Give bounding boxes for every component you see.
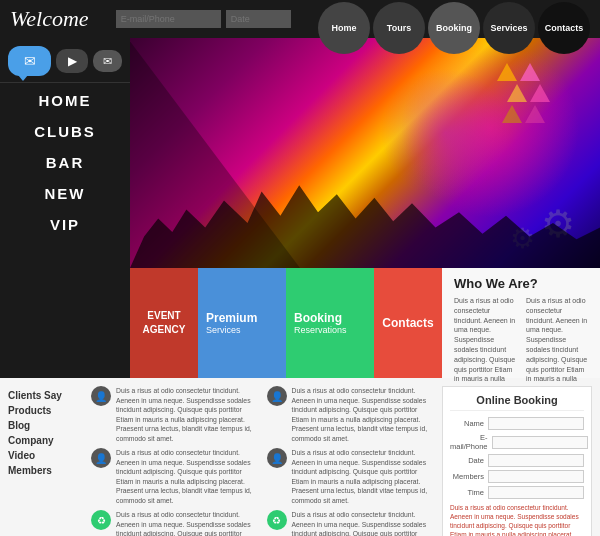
ob-name-label: Name <box>450 419 484 428</box>
person-icon-0: 👤 <box>91 386 111 406</box>
date-input[interactable] <box>226 10 291 28</box>
testimonial-text-r2: Duis a risus at odio consectetur tincidu… <box>292 510 435 536</box>
side-nav-new[interactable]: NEW <box>0 178 130 209</box>
testimonial-text-0: Duis a risus at odio consectetur tincidu… <box>116 386 259 443</box>
bl-link-blog[interactable]: Blog <box>8 418 83 433</box>
side-nav-home[interactable]: HOME <box>0 85 130 116</box>
bl-link-clients[interactable]: Clients Say <box>8 388 83 403</box>
services-label: Services <box>206 325 278 335</box>
ob-date-input[interactable] <box>488 454 584 467</box>
email-bubble: ✉ <box>8 46 51 76</box>
nav-tours-btn[interactable]: Tours <box>373 2 425 54</box>
triangle-overlay <box>130 38 300 268</box>
person-icon-1: 👤 <box>91 448 111 468</box>
ob-field-email: E-mail/Phone <box>450 433 584 451</box>
testimonial-r-item-1: 👤 Duis a risus at odio consectetur tinci… <box>267 448 435 505</box>
nav-services-btn[interactable]: Services <box>483 2 535 54</box>
ob-date-label: Date <box>450 456 484 465</box>
premium-label: Premium <box>206 311 278 325</box>
testimonial-r-item-0: 👤 Duis a risus at odio consectetur tinci… <box>267 386 435 443</box>
top-nav: Home Tours Booking Services Contacts <box>318 2 590 54</box>
speech-area: ✉ ▶ ✉ <box>0 38 130 80</box>
who-we-are-box: Who We Are? Duis a risus at odio consect… <box>442 268 600 378</box>
logo: Welcome <box>10 6 89 32</box>
email-icon: ✉ <box>24 53 36 69</box>
premium-services-box[interactable]: Premium Services <box>198 268 286 378</box>
testimonial-text-2: Duis a risus at odio consectetur tincidu… <box>116 510 259 536</box>
booking-label: Booking <box>294 311 366 325</box>
side-nav: ✉ ▶ ✉ HOME CLUBS BAR NEW VIP <box>0 38 130 268</box>
glow-effect-2 <box>380 68 510 198</box>
person-icon-r0: 👤 <box>267 386 287 406</box>
nav-contacts-btn[interactable]: Contacts <box>538 2 590 54</box>
testimonial-text-r0: Duis a risus at odio consectetur tincidu… <box>292 386 435 443</box>
person-icon-r1: 👤 <box>267 448 287 468</box>
booking-reservations-box[interactable]: Booking Reservations <box>286 268 374 378</box>
middle-content: EVENT AGENCY Premium Services Booking Re… <box>130 268 600 378</box>
letter-bubble: ✉ <box>93 50 122 72</box>
bottom-section: Clients Say Products Blog Company Video … <box>0 378 600 536</box>
side-nav-vip[interactable]: VIP <box>0 209 130 240</box>
ob-note: Duis a risus at odio consectetur tincidu… <box>450 503 584 536</box>
ob-field-date: Date <box>450 454 584 467</box>
ob-field-time: Time <box>450 486 584 499</box>
bl-link-products[interactable]: Products <box>8 403 83 418</box>
bl-link-video[interactable]: Video <box>8 448 83 463</box>
testimonial-r-item-2: ♻ Duis a risus at odio consectetur tinci… <box>267 510 435 536</box>
nav-divider <box>0 82 130 83</box>
bl-link-company[interactable]: Company <box>8 433 83 448</box>
online-booking-panel: Online Booking Name E-mail/Phone Date Me… <box>442 386 592 536</box>
arrow-group <box>497 63 550 123</box>
reservations-label: Reservations <box>294 325 366 335</box>
message-icon: ▶ <box>68 54 77 68</box>
header: Welcome Home Tours Booking Services Cont… <box>0 0 600 38</box>
testimonial-text-1: Duis a risus at odio consectetur tincidu… <box>116 448 259 505</box>
bottom-left-links: Clients Say Products Blog Company Video … <box>8 386 83 536</box>
ob-email-input[interactable] <box>492 436 588 449</box>
nav-booking-btn[interactable]: Booking <box>428 2 480 54</box>
ob-time-label: Time <box>450 488 484 497</box>
msg-bubble: ▶ <box>56 49 88 73</box>
bottom-content: Clients Say Products Blog Company Video … <box>0 378 600 536</box>
ob-email-label: E-mail/Phone <box>450 433 488 451</box>
testimonials-right: 👤 Duis a risus at odio consectetur tinci… <box>267 386 435 536</box>
middle-section: EVENT AGENCY Premium Services Booking Re… <box>0 268 600 378</box>
hero-section: ✉ ▶ ✉ HOME CLUBS BAR NEW VIP <box>0 38 600 268</box>
letter-icon: ✉ <box>103 55 112 68</box>
testimonial-text-r1: Duis a risus at odio consectetur tincidu… <box>292 448 435 505</box>
nav-home-btn[interactable]: Home <box>318 2 370 54</box>
who-title: Who We Are? <box>454 276 588 291</box>
side-nav-clubs[interactable]: CLUBS <box>0 116 130 147</box>
testimonial-item-2: ♻ Duis a risus at odio consectetur tinci… <box>91 510 259 536</box>
event-agency-box[interactable]: EVENT AGENCY <box>130 268 198 378</box>
ob-members-input[interactable] <box>488 470 584 483</box>
middle-sidebar <box>0 268 130 378</box>
recycle-icon-r0: ♻ <box>267 510 287 530</box>
recycle-icon-0: ♻ <box>91 510 111 530</box>
side-nav-bar[interactable]: BAR <box>0 147 130 178</box>
ob-field-members: Members <box>450 470 584 483</box>
hero-visual: ⚙ ⚙ <box>130 38 600 268</box>
email-phone-input[interactable] <box>116 10 221 28</box>
online-booking-title: Online Booking <box>450 394 584 411</box>
ob-time-input[interactable] <box>488 486 584 499</box>
contacts-box[interactable]: Contacts <box>374 268 442 378</box>
testimonials-left: 👤 Duis a risus at odio consectetur tinci… <box>91 386 259 536</box>
ob-members-label: Members <box>450 472 484 481</box>
bl-link-members[interactable]: Members <box>8 463 83 478</box>
testimonial-item-0: 👤 Duis a risus at odio consectetur tinci… <box>91 386 259 443</box>
testimonial-item-1: 👤 Duis a risus at odio consectetur tinci… <box>91 448 259 505</box>
ob-name-input[interactable] <box>488 417 584 430</box>
ob-field-name: Name <box>450 417 584 430</box>
header-inputs <box>116 10 291 28</box>
